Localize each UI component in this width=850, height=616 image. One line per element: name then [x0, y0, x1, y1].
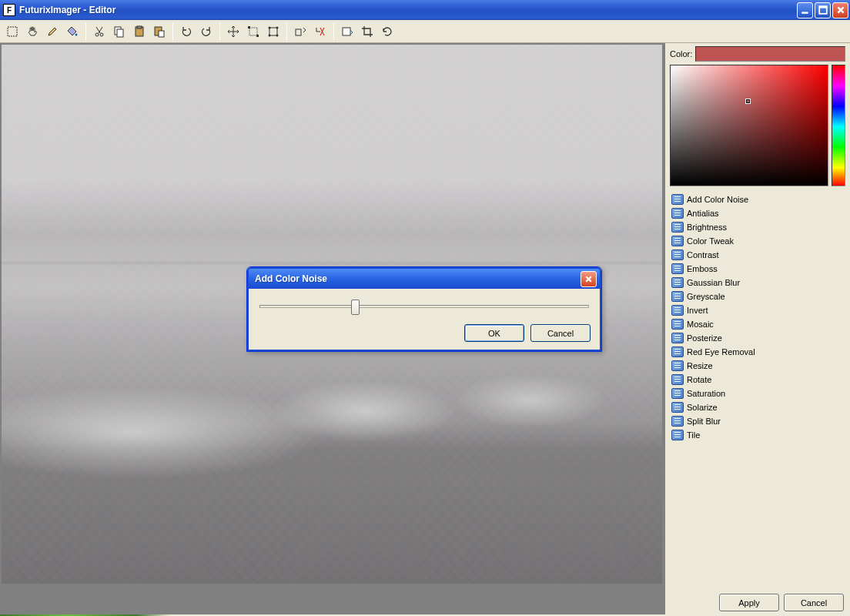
effect-icon: [671, 277, 684, 288]
window-title: FuturixImager - Editor: [19, 5, 797, 15]
effect-item[interactable]: Invert: [670, 303, 845, 317]
effect-icon: [671, 346, 684, 357]
effect-label: Gaussian Blur: [687, 278, 740, 287]
effect-icon: [671, 194, 684, 205]
effect-label: Brightness: [687, 223, 727, 232]
effect-label: Color Tweak: [687, 236, 734, 246]
effect-icon: [671, 374, 684, 385]
tool-select-rect[interactable]: [3, 22, 22, 41]
effect-label: Tile: [687, 430, 700, 440]
effect-item[interactable]: Split Blur: [670, 414, 845, 428]
svg-rect-12: [159, 31, 164, 37]
separator: [286, 23, 287, 40]
svg-point-6: [100, 33, 103, 36]
effect-item[interactable]: Posterize: [670, 331, 845, 345]
svg-rect-13: [249, 28, 257, 35]
effect-item[interactable]: Red Eye Removal: [670, 345, 845, 359]
svg-point-20: [276, 34, 279, 36]
effect-item[interactable]: Resize: [670, 359, 845, 373]
apply-button[interactable]: Apply: [719, 594, 779, 611]
effect-item[interactable]: Contrast: [670, 248, 845, 262]
tool-move[interactable]: [224, 22, 243, 41]
effect-icon: [671, 319, 684, 330]
close-button[interactable]: [832, 2, 848, 18]
svg-rect-10: [137, 26, 142, 28]
svg-rect-14: [248, 26, 250, 28]
slider-thumb[interactable]: [351, 300, 360, 315]
color-field[interactable]: [670, 65, 828, 186]
refresh-button[interactable]: [378, 22, 397, 41]
effect-item[interactable]: Emboss: [670, 262, 845, 276]
titlebar: F FuturixImager - Editor: [0, 0, 850, 20]
hue-slider[interactable]: [832, 65, 845, 186]
noise-slider[interactable]: [258, 298, 591, 315]
tool-handles[interactable]: [264, 22, 283, 41]
tool-fill[interactable]: [63, 22, 82, 41]
separator: [219, 23, 220, 40]
svg-rect-2: [819, 6, 827, 8]
effect-item[interactable]: Saturation: [670, 387, 845, 400]
effect-label: Split Blur: [687, 417, 721, 426]
effect-label: Mosaic: [687, 320, 714, 329]
effect-item[interactable]: Brightness: [670, 220, 845, 234]
effect-item[interactable]: Rotate: [670, 373, 845, 387]
tool-crop[interactable]: [358, 22, 376, 41]
svg-point-5: [95, 33, 99, 36]
effect-item[interactable]: Gaussian Blur: [670, 276, 845, 290]
color-swatch[interactable]: [695, 46, 845, 62]
tool-pencil[interactable]: [43, 22, 62, 41]
effect-label: Rotate: [687, 375, 711, 384]
maximize-button[interactable]: [815, 2, 831, 18]
effect-label: Saturation: [687, 389, 725, 398]
effect-icon: [671, 305, 684, 316]
tool-rot-right[interactable]: [311, 22, 330, 41]
dialog-cancel-button[interactable]: Cancel: [530, 324, 591, 342]
paste-into-button[interactable]: [150, 22, 169, 41]
effect-icon: [671, 236, 684, 246]
svg-point-4: [75, 33, 78, 35]
effect-icon: [671, 416, 684, 427]
tool-rot-left[interactable]: [291, 22, 310, 41]
effect-item[interactable]: Tile: [670, 428, 845, 442]
cut-button[interactable]: [90, 22, 109, 41]
effect-item[interactable]: Greyscale: [670, 290, 845, 303]
minimize-button[interactable]: [797, 2, 813, 18]
svg-rect-21: [296, 29, 301, 35]
undo-button[interactable]: [177, 22, 196, 41]
slider-track: [259, 305, 589, 308]
svg-point-18: [276, 26, 279, 28]
effect-label: Posterize: [687, 333, 722, 343]
effect-icon: [671, 222, 684, 233]
effect-icon: [671, 263, 684, 274]
tool-hand[interactable]: [23, 22, 42, 41]
effect-label: Resize: [687, 361, 713, 370]
effect-item[interactable]: Mosaic: [670, 317, 845, 331]
tool-transform[interactable]: [244, 22, 263, 41]
redo-button[interactable]: [197, 22, 216, 41]
effect-item[interactable]: Antialias: [670, 206, 845, 220]
effect-icon: [671, 249, 684, 260]
effect-label: Invert: [687, 306, 708, 315]
svg-rect-3: [8, 27, 17, 36]
tool-export[interactable]: [338, 22, 356, 41]
svg-rect-8: [117, 29, 123, 37]
cancel-button[interactable]: Cancel: [784, 594, 844, 611]
svg-point-19: [269, 34, 271, 36]
effect-item[interactable]: Add Color Noise: [670, 192, 845, 206]
effect-label: Add Color Noise: [687, 195, 748, 204]
effect-icon: [671, 388, 684, 399]
toolbar: [0, 20, 850, 43]
effect-item[interactable]: Solarize: [670, 400, 845, 414]
dialog-add-color-noise: Add Color Noise OK Cancel: [246, 266, 602, 352]
svg-point-17: [269, 26, 271, 28]
separator: [172, 23, 173, 40]
dialog-titlebar[interactable]: Add Color Noise: [247, 267, 601, 289]
app-icon: F: [3, 4, 15, 16]
right-panel: Color: Add Color NoiseAntialiasBrightnes…: [665, 43, 850, 614]
effect-item[interactable]: Color Tweak: [670, 234, 845, 248]
dialog-ok-button[interactable]: OK: [464, 324, 524, 342]
dialog-close-button[interactable]: [581, 271, 597, 287]
paste-button[interactable]: [130, 22, 149, 41]
effect-label: Antialias: [687, 209, 719, 218]
copy-button[interactable]: [110, 22, 129, 41]
